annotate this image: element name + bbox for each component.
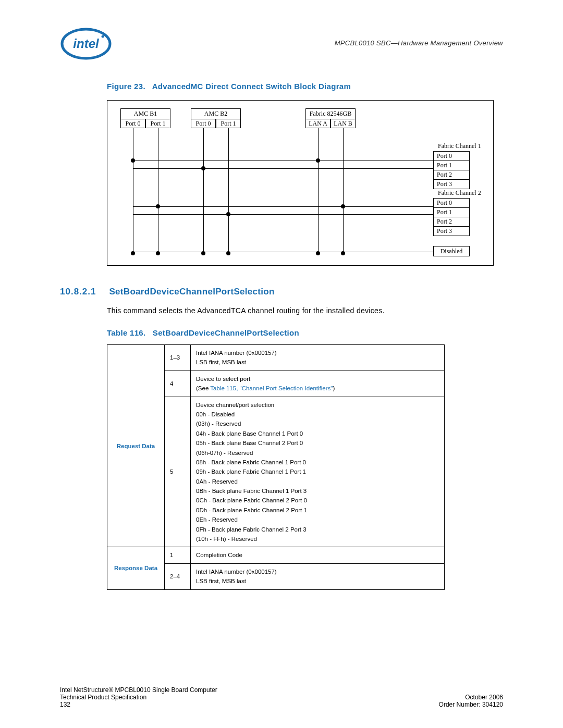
row2-desc: Device to select port (See Table 115, "C… xyxy=(191,371,445,397)
fc1-p1: Port 1 xyxy=(434,161,469,170)
fabric-chip-label: Fabric 82546GB xyxy=(305,108,356,119)
resp-row2-bytes: 2–4 xyxy=(165,563,191,589)
section-body: This command selects the AdvancedTCA cha… xyxy=(107,306,503,315)
footer-l1-left: Intel NetStructure® MPCBL0010 Single Boa… xyxy=(60,686,217,694)
amc-b2-port1: Port 1 xyxy=(216,119,241,128)
footer-l2-right: October 2006 xyxy=(465,694,503,701)
fc1-p2: Port 2 xyxy=(434,170,469,180)
resp-row1-bytes: 1 xyxy=(165,547,191,563)
command-table: Request Data 1–3 Intel IANA number (0x00… xyxy=(107,344,445,590)
header-doc-title: MPCBL0010 SBC—Hardware Management Overvi… xyxy=(335,39,503,47)
section-title: SetBoardDeviceChannelPortSelection xyxy=(109,287,274,297)
table-caption-title: SetBoardDeviceChannelPortSelection xyxy=(153,328,299,337)
table-row: Request Data 1–3 Intel IANA number (0x00… xyxy=(107,345,445,371)
row1-desc: Intel IANA number (0x000157) LSB first, … xyxy=(191,345,445,371)
fc2-port-table: Port 0 Port 1 Port 2 Port 3 xyxy=(433,198,470,236)
section-number: 10.8.2.1 xyxy=(60,287,107,297)
footer-order-number: Order Number: 304120 xyxy=(439,701,503,708)
row1-bytes: 1–3 xyxy=(165,345,191,371)
figure-caption-title: AdvancedMC Direct Connect Switch Block D… xyxy=(152,82,351,91)
row3-bytes: 5 xyxy=(165,397,191,547)
fc2-p2: Port 2 xyxy=(434,217,469,227)
row2-bytes: 4 xyxy=(165,371,191,397)
fc1-port-table: Port 0 Port 1 Port 2 Port 3 xyxy=(433,151,470,189)
fc2-p1: Port 1 xyxy=(434,208,469,217)
fabric-lan-b: LAN B xyxy=(331,119,356,128)
fc2-p3: Port 3 xyxy=(434,227,469,236)
table-row: Response Data 1 Completion Code xyxy=(107,547,445,563)
amc-b2-port0: Port 0 xyxy=(191,119,216,128)
svg-point-2 xyxy=(102,35,104,38)
intel-logo: intel xyxy=(60,26,112,60)
disabled-box: Disabled xyxy=(433,246,470,256)
table-caption-prefix: Table 116. xyxy=(107,328,145,337)
resp-row2-desc: Intel IANA number (0x000157) LSB first, … xyxy=(191,563,445,589)
row3-desc: Device channel/port selection00h - Disab… xyxy=(191,397,445,547)
request-data-label: Request Data xyxy=(107,345,165,547)
fc1-label: Fabric Channel 1 xyxy=(438,142,481,150)
amc-b1-port1: Port 1 xyxy=(145,119,170,128)
figure-caption-prefix: Figure 23. xyxy=(107,82,145,91)
table-caption: Table 116. SetBoardDeviceChannelPortSele… xyxy=(107,328,503,337)
amc-b1-port0: Port 0 xyxy=(120,119,145,128)
amc-b1-label: AMC B1 xyxy=(120,108,170,119)
fc2-p0: Port 0 xyxy=(434,199,469,208)
footer-page-number: 132 xyxy=(60,701,70,708)
response-data-label: Response Data xyxy=(107,547,165,589)
page-footer: Intel NetStructure® MPCBL0010 Single Boa… xyxy=(60,686,503,708)
fc1-p0: Port 0 xyxy=(434,152,469,161)
table-cross-ref-link[interactable]: Table 115, "Channel Port Selection Ident… xyxy=(210,385,333,391)
block-diagram: AMC B1 Port 0 Port 1 AMC B2 Port 0 Port … xyxy=(107,100,494,266)
fc1-p3: Port 3 xyxy=(434,180,469,189)
fc2-label: Fabric Channel 2 xyxy=(438,189,481,197)
amc-b2-label: AMC B2 xyxy=(191,108,241,119)
resp-row1-desc: Completion Code xyxy=(191,547,445,563)
footer-l2-left: Technical Product Specification xyxy=(60,694,146,701)
svg-text:intel: intel xyxy=(73,36,100,51)
section-heading: 10.8.2.1 SetBoardDeviceChannelPortSelect… xyxy=(60,287,503,297)
fabric-lan-a: LAN A xyxy=(305,119,331,128)
figure-caption: Figure 23. AdvancedMC Direct Connect Swi… xyxy=(107,82,503,91)
